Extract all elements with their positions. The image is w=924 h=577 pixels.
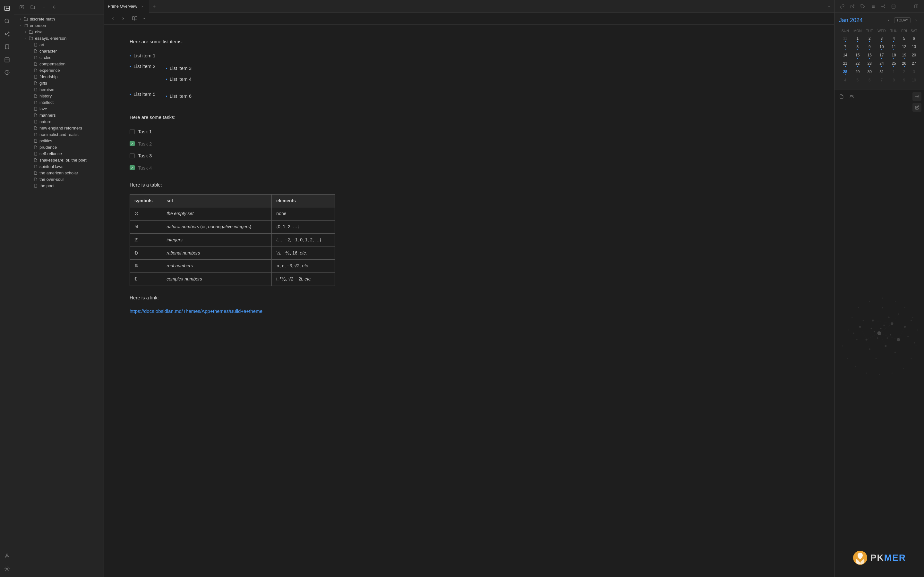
back-button[interactable] (109, 15, 117, 23)
calendar-day[interactable]: 6 (909, 35, 919, 43)
calendar-day[interactable]: 19 (900, 52, 908, 60)
calendar-day[interactable]: 22 (851, 60, 864, 68)
task-checkbox-2[interactable]: ✓ (129, 141, 135, 146)
calendar-day[interactable]: 26 (900, 60, 908, 68)
graph-people-button[interactable] (847, 92, 856, 101)
tree-item-shakespeare[interactable]: › shakespeare; or, the poet (15, 157, 102, 163)
calendar-day[interactable]: 29 (851, 69, 864, 76)
calendar-day[interactable]: 23 (864, 60, 875, 68)
graph-button[interactable] (879, 2, 888, 11)
tree-item-spiritual-laws[interactable]: › spiritual laws (15, 163, 102, 169)
tree-item-gifts[interactable]: › gifts (15, 80, 102, 86)
sidebar-icon-graph[interactable] (1, 28, 13, 40)
calendar-day[interactable]: 5 (900, 35, 908, 43)
tree-item-experience[interactable]: › experience (15, 67, 102, 73)
sort-button[interactable] (39, 3, 48, 11)
calendar-day[interactable]: 10 (909, 77, 919, 85)
calendar-day[interactable]: 7 (840, 44, 851, 51)
tab-add-button[interactable]: + (149, 0, 160, 13)
calendar-prev-button[interactable]: ‹ (885, 17, 892, 24)
sidebar-icon-settings[interactable] (1, 563, 13, 574)
tree-item-new-england[interactable]: › new england reformers (15, 125, 102, 131)
tree-item-prudence[interactable]: › prudence (15, 144, 102, 150)
tree-item-history[interactable]: › history (15, 93, 102, 99)
calendar-day[interactable]: 4 (840, 77, 851, 85)
sidebar-icon-clock[interactable] (1, 67, 13, 78)
calendar-day[interactable]: 6 (864, 77, 875, 85)
calendar-day[interactable]: 14 (840, 52, 851, 60)
sidebar-icon-files[interactable] (1, 3, 13, 14)
collapse-button[interactable] (50, 3, 59, 11)
calendar-day[interactable]: 21 (840, 60, 851, 68)
task-checkbox-3[interactable] (129, 153, 135, 158)
new-folder-button[interactable] (28, 3, 37, 11)
calendar-day[interactable]: 27 (909, 60, 919, 68)
calendar-day[interactable]: 12 (900, 44, 908, 51)
tree-item-emerson[interactable]: › emerson (15, 22, 102, 29)
graph-edit-button[interactable] (913, 103, 921, 112)
tree-item-american-scholar[interactable]: › the american scholar (15, 169, 102, 176)
calendar-day[interactable]: 28 (840, 69, 851, 76)
calendar-day[interactable]: 11 (888, 44, 899, 51)
calendar-next-button[interactable]: › (913, 17, 919, 24)
tree-item-circles[interactable]: › circles (15, 54, 102, 61)
backlink-button[interactable] (838, 2, 846, 11)
tab-dropdown-button[interactable] (824, 0, 834, 13)
calendar-day[interactable]: 13 (909, 44, 919, 51)
forward-button[interactable] (120, 15, 127, 23)
tree-item-intellect[interactable]: › intellect (15, 99, 102, 105)
calendar-day[interactable]: 1 (888, 69, 899, 76)
tree-item-the-over-soul[interactable]: › the over-soul (15, 176, 102, 182)
outline-button[interactable] (869, 2, 877, 11)
calendar-day[interactable]: 31 (876, 69, 888, 76)
calendar-day[interactable]: 9 (864, 44, 875, 51)
tree-item-essays-emerson[interactable]: › essays, emerson (15, 35, 102, 41)
sidebar-icon-bookmark[interactable] (1, 41, 13, 53)
calendar-day[interactable]: 20 (909, 52, 919, 60)
more-options-button[interactable]: ··· (141, 16, 148, 21)
split-layout-button[interactable] (912, 2, 921, 11)
calendar-button[interactable] (889, 2, 898, 11)
calendar-day[interactable]: 24 (876, 60, 888, 68)
tab-close-button[interactable]: × (140, 4, 145, 9)
task-checkbox-1[interactable] (129, 129, 135, 134)
tree-item-character[interactable]: › character (15, 48, 102, 54)
calendar-day[interactable]: 25 (888, 60, 899, 68)
tree-item-manners[interactable]: › manners (15, 112, 102, 118)
calendar-day[interactable]: 17 (876, 52, 888, 60)
calendar-day[interactable]: 18 (888, 52, 899, 60)
calendar-day[interactable]: 8 (851, 44, 864, 51)
calendar-day[interactable]: 5 (851, 77, 864, 85)
tree-item-discrete-math[interactable]: › discrete math (15, 16, 102, 22)
tree-item-heroism[interactable]: › heroism (15, 86, 102, 93)
tree-item-friendship[interactable]: › friendship (15, 73, 102, 80)
tree-item-love[interactable]: › love (15, 105, 102, 112)
tree-item-politics[interactable]: › politics (15, 137, 102, 144)
tree-item-compensation[interactable]: › compensation (15, 61, 102, 67)
tag-button[interactable] (858, 2, 867, 11)
task-checkbox-4[interactable]: ✓ (129, 165, 135, 170)
tree-item-nonimalist[interactable]: › nonimalist and realist (15, 131, 102, 137)
sidebar-icon-person[interactable] (1, 550, 13, 562)
calendar-day[interactable]: 15 (851, 52, 864, 60)
calendar-today-button[interactable]: TODAY (894, 17, 911, 23)
sidebar-icon-calendar[interactable] (1, 54, 13, 65)
new-note-button[interactable] (17, 3, 26, 11)
tree-item-art[interactable]: › art (15, 41, 102, 48)
calendar-day[interactable]: 4 (888, 35, 899, 43)
calendar-day[interactable]: 3 (876, 35, 888, 43)
tree-item-self-reliance[interactable]: › self-reliance (15, 150, 102, 157)
calendar-day[interactable]: 9 (900, 77, 908, 85)
book-view-button[interactable] (131, 15, 139, 23)
calendar-day[interactable]: 8 (888, 77, 899, 85)
calendar-day[interactable]: 7 (876, 77, 888, 85)
calendar-day[interactable]: 3 (909, 69, 919, 76)
calendar-day[interactable]: 2 (900, 69, 908, 76)
calendar-day[interactable]: 16 (864, 52, 875, 60)
calendar-day[interactable]: 1 (851, 35, 864, 43)
calendar-day[interactable]: 2 (864, 35, 875, 43)
outgoing-link-button[interactable] (848, 2, 857, 11)
tree-item-nature[interactable]: › nature (15, 118, 102, 125)
calendar-day[interactable]: 30 (864, 69, 875, 76)
tree-item-the-poet[interactable]: › the poet (15, 182, 102, 189)
